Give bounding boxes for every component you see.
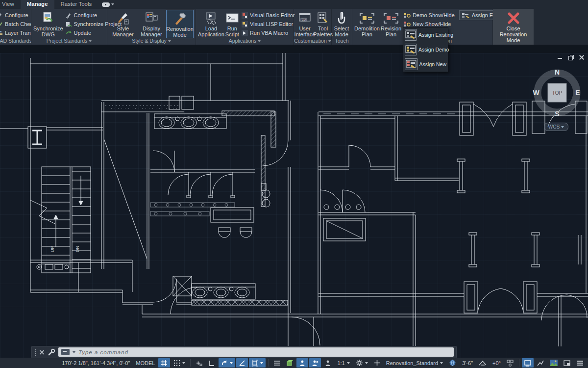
rotation-value[interactable]: +0° xyxy=(490,358,503,368)
add-cleanup-plus[interactable] xyxy=(371,358,383,368)
close-command-line-icon[interactable] xyxy=(40,350,45,355)
graphics-performance-button[interactable] xyxy=(547,358,560,368)
floor-plan: UP DN xyxy=(0,53,588,358)
units-icon xyxy=(507,360,514,367)
geolocation-button[interactable] xyxy=(446,358,459,368)
viewcube-face-label: TOP xyxy=(552,90,563,96)
model-space-button[interactable]: MODEL xyxy=(133,358,157,368)
ribbon-display-toggle[interactable] xyxy=(98,0,118,9)
menu-item-assign-demo[interactable]: Assign Demo xyxy=(403,42,448,57)
viewcube[interactable]: TOP N S W E xyxy=(528,65,587,124)
tab-raster-tools[interactable]: Raster Tools xyxy=(54,0,98,9)
customization-menu-button[interactable] xyxy=(574,358,586,368)
chevron-down-icon xyxy=(73,351,75,353)
minimize-icon[interactable] xyxy=(558,55,563,60)
visual-basic-editor-button[interactable]: Visual Basic Editor xyxy=(240,11,296,20)
configure-standards-button[interactable]: Configure xyxy=(0,11,31,20)
wrench-icon[interactable] xyxy=(48,348,55,356)
vba-icon xyxy=(242,12,248,19)
lineweight-icon xyxy=(273,360,280,366)
panel-applications: Load Application Run Script Visual Basic… xyxy=(196,9,294,45)
command-input[interactable]: Type a command xyxy=(58,347,454,357)
stairs-dn-label: DN xyxy=(75,246,80,252)
chevron-down-icon xyxy=(230,362,233,364)
close-renovation-mode-button[interactable]: Close Renovation Mode xyxy=(495,10,532,43)
performance-analyzer-button[interactable] xyxy=(535,358,546,368)
elevation-value[interactable]: 3'-6" xyxy=(460,358,475,368)
panel-caret-icon[interactable] xyxy=(258,40,261,42)
demo-show-hide-button[interactable]: Demo Show/Hide xyxy=(402,11,456,20)
ortho-icon xyxy=(208,360,215,367)
dynamic-input-toggle[interactable] xyxy=(193,358,205,368)
hammer-icon xyxy=(172,12,187,26)
annotation-autoscale-toggle[interactable] xyxy=(309,358,321,368)
annotation-scale-select[interactable]: 1:1 xyxy=(335,358,352,368)
snap-mode-toggle[interactable] xyxy=(171,358,188,368)
vba-macro-icon xyxy=(242,30,248,36)
wcs-dropdown[interactable]: WCS xyxy=(544,123,568,131)
display-manager-button[interactable]: Display Manager xyxy=(138,10,165,37)
recent-commands-icon[interactable] xyxy=(61,349,70,355)
panel-caret-icon[interactable] xyxy=(89,40,92,42)
renovation-standard-select[interactable]: Renovation_Standard xyxy=(384,358,445,368)
hardware-acceleration-toggle[interactable] xyxy=(522,358,534,368)
angle-icon xyxy=(239,360,245,367)
style-manager-button[interactable]: Style Manager xyxy=(109,10,137,37)
viewcube-north[interactable]: N xyxy=(555,68,560,76)
panel-close-renovation: Close Renovation Mode xyxy=(493,9,534,45)
stairs-up-label: UP xyxy=(50,246,55,252)
dynamic-ucs-toggle[interactable] xyxy=(284,358,295,368)
layers-icon xyxy=(0,30,3,36)
synchronize-dwg-button[interactable]: Synchronize DWG xyxy=(33,10,63,37)
clean-screen-button[interactable] xyxy=(561,358,573,368)
snap-grid-icon xyxy=(173,360,180,367)
demo-show-hide-icon xyxy=(404,12,411,18)
restore-icon[interactable] xyxy=(568,55,573,60)
plus-icon xyxy=(374,360,380,366)
ortho-mode-toggle[interactable] xyxy=(206,358,218,368)
revision-plan-button[interactable]: Revision Plan xyxy=(381,10,401,37)
batch-checker-button[interactable]: Batch Checker xyxy=(0,20,31,28)
drawing-units-button[interactable] xyxy=(504,358,516,368)
object-snap-tracking-toggle[interactable] xyxy=(236,358,248,368)
dynamic-input-icon xyxy=(196,360,202,367)
drawing-viewport[interactable]: UP DN xyxy=(0,53,588,358)
tool-palettes-button[interactable]: Tool Palettes xyxy=(315,10,331,37)
upper-bathroom xyxy=(150,111,276,207)
polar-tracking-icon xyxy=(221,360,228,367)
tab-manage[interactable]: Manage xyxy=(21,0,54,9)
tab-view[interactable]: View xyxy=(0,0,21,9)
drag-handle-icon[interactable] xyxy=(34,349,37,356)
object-snap-toggle[interactable] xyxy=(249,358,266,368)
menu-item-assign-new[interactable]: Assign New xyxy=(403,57,448,72)
coordinates-display[interactable]: 170'-2 1/8", 161'-4 3/4", 0'-0" xyxy=(59,358,132,368)
renovation-mode-button[interactable]: Renovation Mode xyxy=(166,10,194,38)
annotation-scale-person[interactable] xyxy=(322,358,334,368)
ucs-cube-icon xyxy=(286,360,293,367)
run-vba-macro-button[interactable]: Run VBA Macro xyxy=(240,28,296,37)
viewcube-east[interactable]: E xyxy=(575,89,580,97)
layer-translator-button[interactable]: Layer Translator xyxy=(0,28,31,37)
menu-item-assign-existing[interactable]: Assign Existing xyxy=(403,27,448,42)
workspace-switching[interactable] xyxy=(353,358,370,368)
panel-caret-icon[interactable] xyxy=(168,40,171,42)
assign-dropdown-menu: Assign Existing Assign Demo Assign New xyxy=(403,27,448,72)
viewcube-south[interactable]: S xyxy=(555,110,559,118)
visual-lisp-editor-button[interactable]: Visual LISP Editor xyxy=(240,20,296,28)
close-icon[interactable] xyxy=(579,55,584,60)
viewcube-west[interactable]: W xyxy=(533,89,539,97)
lineweight-toggle[interactable] xyxy=(271,358,283,368)
annotation-visibility-toggle[interactable] xyxy=(296,358,308,368)
chevron-down-icon xyxy=(347,362,350,364)
select-mode-button[interactable]: Select Mode xyxy=(334,10,349,37)
grid-display-toggle[interactable] xyxy=(158,358,170,368)
demolition-plan-button[interactable]: Demolition Plan xyxy=(354,10,380,37)
elevation-button[interactable] xyxy=(476,358,489,368)
user-interface-button[interactable]: GUI User Interface xyxy=(296,10,314,37)
panel-caret-icon[interactable] xyxy=(328,40,331,42)
load-application-button[interactable]: Load Application xyxy=(198,10,224,37)
monitor-icon xyxy=(524,360,531,367)
polar-tracking-toggle[interactable] xyxy=(219,358,235,368)
run-script-button[interactable]: Run Script xyxy=(225,10,239,37)
lower-bathroom xyxy=(173,276,288,305)
